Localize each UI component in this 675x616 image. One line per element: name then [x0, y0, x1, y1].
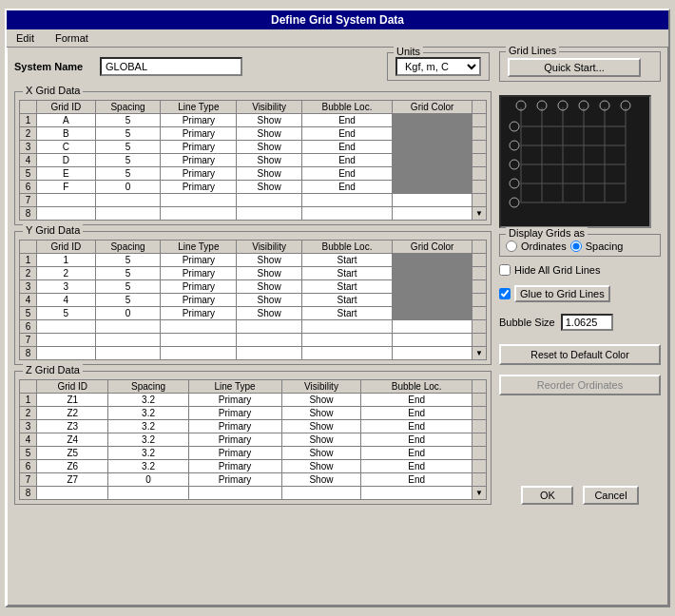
table-row[interactable]: 8▼ [20, 207, 487, 221]
cell-spacing[interactable]: 0 [95, 307, 161, 320]
cell-bubble[interactable]: End [361, 447, 472, 460]
cell-bubble[interactable]: End [361, 433, 472, 447]
cell-vis[interactable]: Show [237, 181, 301, 194]
cell-bubble[interactable]: End [301, 181, 392, 194]
cell-spacing[interactable]: 5 [95, 141, 161, 154]
color-cell[interactable] [393, 334, 472, 347]
cell-id[interactable]: Z6 [37, 460, 108, 473]
cell-line[interactable]: Primary [188, 447, 281, 460]
table-row[interactable]: 6 [20, 320, 487, 334]
cell-id[interactable]: Z7 [37, 473, 108, 487]
table-row[interactable]: 8▼ [20, 487, 487, 500]
cell-line[interactable] [161, 334, 237, 347]
cell-vis[interactable]: Show [281, 460, 361, 473]
cell-id[interactable]: Z5 [37, 447, 108, 460]
cell-spacing[interactable]: 3.2 [108, 460, 188, 473]
cell-bubble[interactable]: Start [301, 307, 392, 320]
color-cell[interactable] [393, 254, 472, 267]
cell-line[interactable] [188, 487, 281, 500]
cell-line[interactable] [161, 347, 237, 360]
cell-id[interactable]: 5 [37, 307, 96, 320]
cell-vis[interactable]: Show [281, 473, 361, 487]
cell-spacing[interactable] [95, 334, 161, 347]
table-row[interactable]: 5E5PrimaryShowEnd [20, 167, 487, 181]
cell-bubble[interactable]: End [361, 460, 472, 473]
color-cell[interactable] [393, 127, 472, 141]
table-row[interactable]: 3Z33.2PrimaryShowEnd [20, 420, 487, 433]
table-row[interactable]: 6Z63.2PrimaryShowEnd [20, 460, 487, 473]
cell-bubble[interactable]: End [301, 141, 392, 154]
cell-id[interactable]: D [37, 154, 96, 167]
table-row[interactable]: 3C5PrimaryShowEnd [20, 141, 487, 154]
cell-spacing[interactable]: 5 [95, 254, 161, 267]
cell-spacing[interactable]: 5 [95, 294, 161, 307]
table-row[interactable]: 4Z43.2PrimaryShowEnd [20, 433, 487, 447]
cell-spacing[interactable]: 0 [108, 473, 188, 487]
cell-id[interactable] [37, 320, 96, 334]
cell-bubble[interactable]: End [301, 154, 392, 167]
table-row[interactable]: 8▼ [20, 347, 487, 360]
cell-line[interactable]: Primary [161, 141, 237, 154]
cell-vis[interactable]: Show [237, 114, 301, 127]
cell-line[interactable]: Primary [161, 280, 237, 294]
table-row[interactable]: 115PrimaryShowStart [20, 254, 487, 267]
cell-bubble[interactable]: End [361, 420, 472, 433]
cell-spacing[interactable]: 0 [95, 181, 161, 194]
units-select[interactable]: Kgf, m, C [395, 57, 481, 76]
cell-vis[interactable]: Show [237, 294, 301, 307]
color-cell[interactable] [393, 294, 472, 307]
radio-spacing[interactable] [570, 241, 582, 252]
cell-id[interactable]: Z2 [37, 407, 108, 420]
cell-line[interactable]: Primary [161, 307, 237, 320]
color-cell[interactable] [393, 307, 472, 320]
color-cell[interactable] [393, 181, 472, 194]
table-row[interactable]: 4D5PrimaryShowEnd [20, 154, 487, 167]
cell-id[interactable]: 4 [37, 294, 96, 307]
cell-vis[interactable]: Show [281, 407, 361, 420]
cell-id[interactable] [37, 487, 108, 500]
cell-id[interactable]: Z3 [37, 420, 108, 433]
cell-bubble[interactable]: Start [301, 267, 392, 280]
cell-id[interactable]: 3 [37, 280, 96, 294]
cell-vis[interactable]: Show [237, 267, 301, 280]
cell-vis[interactable]: Show [237, 307, 301, 320]
reorder-button[interactable]: Reorder Ordinates [499, 375, 661, 395]
glue-button[interactable]: Glue to Grid Lines [514, 285, 610, 302]
cell-vis[interactable]: Show [237, 154, 301, 167]
color-cell[interactable] [393, 154, 472, 167]
cell-line[interactable]: Primary [161, 181, 237, 194]
table-row[interactable]: 2B5PrimaryShowEnd [20, 127, 487, 141]
cell-bubble[interactable] [301, 334, 392, 347]
cell-line[interactable]: Primary [188, 407, 281, 420]
cell-spacing[interactable]: 5 [95, 167, 161, 181]
cell-line[interactable]: Primary [188, 394, 281, 407]
cell-line[interactable]: Primary [161, 294, 237, 307]
cell-id[interactable]: E [37, 167, 96, 181]
table-row[interactable]: 6F0PrimaryShowEnd [20, 181, 487, 194]
cell-spacing[interactable]: 3.2 [108, 407, 188, 420]
system-name-input[interactable] [100, 57, 242, 76]
cell-spacing[interactable] [95, 194, 161, 207]
cell-id[interactable]: B [37, 127, 96, 141]
cell-id[interactable] [37, 207, 96, 221]
cell-vis[interactable] [237, 207, 301, 221]
color-cell[interactable] [393, 207, 472, 221]
menu-format[interactable]: Format [49, 31, 94, 45]
color-cell[interactable] [393, 320, 472, 334]
cell-line[interactable]: Primary [188, 420, 281, 433]
cell-spacing[interactable]: 5 [95, 280, 161, 294]
cell-vis[interactable]: Show [281, 394, 361, 407]
cell-bubble[interactable] [361, 487, 472, 500]
color-cell[interactable] [393, 194, 472, 207]
cell-line[interactable]: Primary [188, 433, 281, 447]
radio-ordinates[interactable] [506, 241, 517, 252]
cell-line[interactable] [161, 207, 237, 221]
color-cell[interactable] [393, 114, 472, 127]
cell-bubble[interactable] [301, 194, 392, 207]
cell-spacing[interactable]: 5 [95, 127, 161, 141]
cell-spacing[interactable] [108, 487, 188, 500]
cell-line[interactable]: Primary [161, 154, 237, 167]
cell-line[interactable] [161, 320, 237, 334]
cell-line[interactable] [161, 194, 237, 207]
cell-vis[interactable]: Show [237, 141, 301, 154]
